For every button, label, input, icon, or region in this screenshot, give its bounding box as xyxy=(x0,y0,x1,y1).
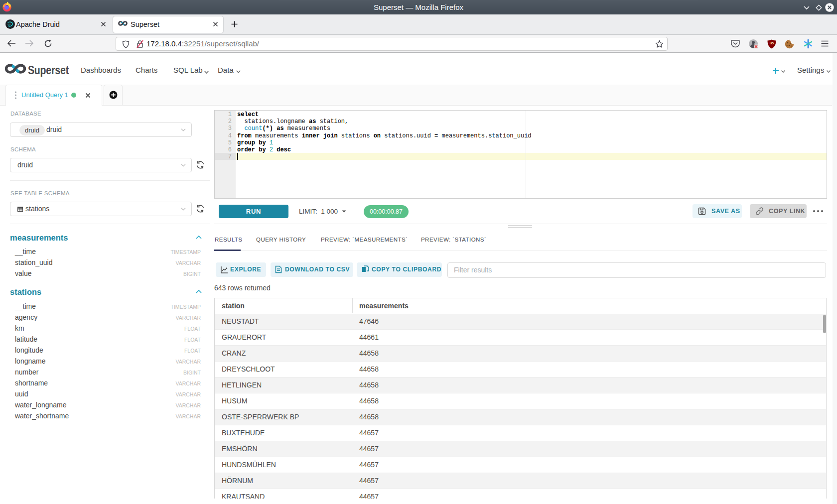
svg-text:UO: UO xyxy=(770,42,774,45)
